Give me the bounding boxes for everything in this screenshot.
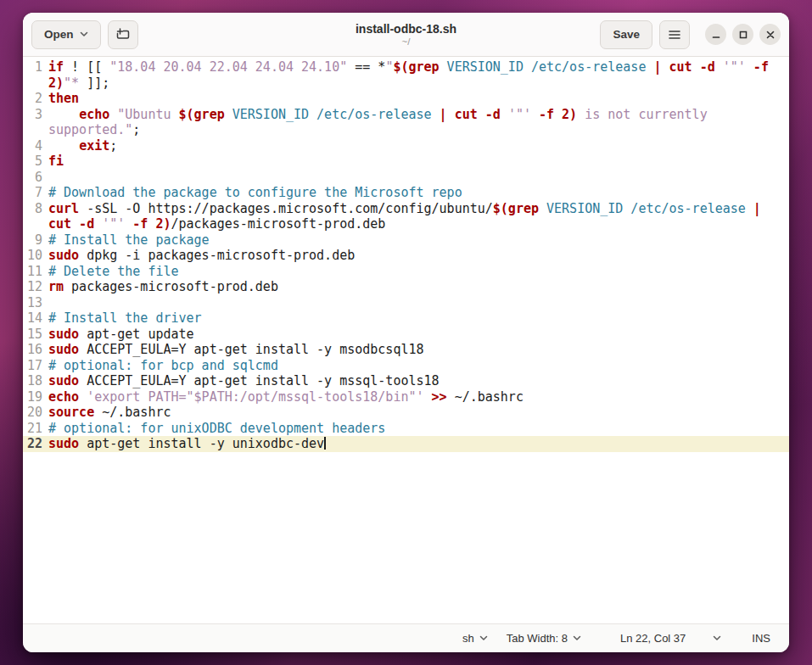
code-text: # optional: for bcp and sqlcmd — [48, 358, 789, 374]
code-line[interactable]: 15sudo apt-get update — [23, 327, 789, 343]
open-button-label: Open — [44, 28, 74, 41]
window-controls — [705, 24, 781, 45]
cursor-position-button[interactable]: Ln 22, Col 37 — [620, 632, 686, 645]
line-number: 4 — [26, 138, 42, 154]
minimize-button[interactable] — [705, 24, 726, 45]
code-line[interactable]: 2then — [23, 91, 789, 107]
window-minimize-icon — [710, 29, 722, 41]
line-number: 14 — [26, 310, 42, 327]
code-line[interactable]: 13 — [23, 295, 789, 311]
line-number: 1 — [26, 59, 42, 91]
code-line[interactable]: 6 — [23, 170, 789, 186]
code-text: # Delete the file — [48, 264, 789, 280]
line-number: 18 — [26, 373, 42, 389]
code-text: # Install the driver — [48, 310, 789, 327]
code-text: then — [48, 91, 789, 107]
line-number: 20 — [26, 405, 42, 421]
window-subtitle: ~/ — [356, 36, 456, 48]
text-editor-window: Open install-odbc-18.sh ~/ Save — [23, 13, 789, 652]
window-close-icon — [764, 29, 776, 41]
window-title: install-odbc-18.sh — [356, 22, 456, 36]
code-line[interactable]: 3 echo "Ubuntu $(grep VERSION_ID /etc/os… — [23, 107, 789, 138]
line-number: 8 — [26, 201, 42, 232]
code-line[interactable]: 11# Delete the file — [23, 264, 789, 280]
code-line[interactable]: 5fi — [23, 154, 789, 170]
header-right-group: Save — [600, 20, 781, 49]
code-line[interactable]: 14# Install the driver — [23, 310, 789, 327]
line-number: 10 — [26, 248, 42, 264]
code-text: sudo ACCEPT_EULA=Y apt-get install -y ms… — [48, 373, 789, 389]
code-line[interactable]: 8curl -sSL -O https://packages.microsoft… — [23, 201, 789, 232]
line-number: 2 — [26, 91, 42, 107]
save-button[interactable]: Save — [600, 20, 652, 49]
new-tab-button[interactable] — [108, 20, 138, 49]
code-text: source ~/.bashrc — [48, 405, 789, 421]
window-title-area: install-odbc-18.sh ~/ — [356, 22, 456, 48]
code-line[interactable]: 4 exit; — [23, 138, 789, 154]
code-text: rm packages-microsoft-prod.deb — [48, 279, 789, 295]
line-number: 13 — [26, 295, 42, 311]
code-line[interactable]: 9# Install the package — [23, 232, 789, 249]
maximize-button[interactable] — [732, 24, 753, 45]
cursor-position-label: Ln 22, Col 37 — [620, 632, 686, 645]
code-text: sudo ACCEPT_EULA=Y apt-get install -y ms… — [48, 342, 789, 358]
code-text: fi — [48, 154, 789, 170]
code-line[interactable]: 18sudo ACCEPT_EULA=Y apt-get install -y … — [23, 373, 789, 389]
code-text: sudo dpkg -i packages-microsoft-prod.deb — [48, 248, 789, 264]
line-number: 9 — [26, 232, 42, 249]
close-button[interactable] — [759, 24, 781, 45]
code-line[interactable]: 10sudo dpkg -i packages-microsoft-prod.d… — [23, 248, 789, 264]
goto-line-chevron-button[interactable] — [713, 635, 721, 641]
code-text: curl -sSL -O https://packages.microsoft.… — [48, 201, 789, 232]
code-line[interactable]: 19echo 'export PATH="$PATH:/opt/mssql-to… — [23, 389, 789, 405]
headerbar: Open install-odbc-18.sh ~/ Save — [23, 13, 789, 57]
header-left-group: Open — [31, 20, 138, 49]
insert-mode-label: INS — [752, 632, 770, 645]
main-menu-button[interactable] — [659, 20, 690, 49]
statusbar: sh Tab Width: 8 Ln 22, Col 37 INS — [23, 623, 789, 652]
line-number: 11 — [26, 264, 42, 280]
line-number: 17 — [26, 358, 42, 374]
line-number: 19 — [26, 389, 42, 405]
code-line[interactable]: 12rm packages-microsoft-prod.deb — [23, 279, 789, 295]
hamburger-menu-icon — [668, 28, 681, 42]
code-line[interactable]: 20source ~/.bashrc — [23, 405, 789, 421]
chevron-down-icon — [713, 635, 721, 641]
chevron-down-icon — [479, 635, 488, 641]
line-number: 22 — [26, 436, 42, 452]
editor-lines: 1if ! [[ "18.04 20.04 22.04 24.04 24.10"… — [23, 59, 789, 452]
line-number: 15 — [26, 327, 42, 343]
code-text: exit; — [48, 138, 789, 154]
line-number: 21 — [26, 421, 42, 437]
code-line[interactable]: 21# optional: for unixODBC development h… — [23, 421, 789, 437]
line-number: 12 — [26, 279, 42, 295]
text-cursor — [324, 437, 326, 450]
code-text: echo 'export PATH="$PATH:/opt/mssql-tool… — [48, 389, 789, 405]
code-text: if ! [[ "18.04 20.04 22.04 24.04 24.10" … — [48, 59, 789, 91]
save-button-label: Save — [613, 28, 640, 41]
insert-mode-indicator[interactable]: INS — [752, 632, 770, 645]
code-text — [48, 295, 789, 311]
code-line[interactable]: 7# Download the package to configure the… — [23, 185, 789, 201]
code-text — [48, 170, 789, 186]
language-label: sh — [462, 632, 474, 645]
code-editor[interactable]: 1if ! [[ "18.04 20.04 22.04 24.04 24.10"… — [23, 57, 789, 623]
code-text: # optional: for unixODBC development hea… — [48, 421, 789, 437]
tab-width-label: Tab Width: 8 — [507, 632, 568, 645]
language-selector[interactable]: sh — [462, 632, 488, 645]
chevron-down-icon — [80, 31, 88, 37]
new-tab-icon — [116, 28, 130, 41]
line-number: 16 — [26, 342, 42, 358]
code-line[interactable]: 1if ! [[ "18.04 20.04 22.04 24.04 24.10"… — [23, 59, 789, 91]
open-button[interactable]: Open — [31, 20, 101, 49]
code-line[interactable]: 17# optional: for bcp and sqlcmd — [23, 358, 789, 374]
tab-width-selector[interactable]: Tab Width: 8 — [507, 632, 581, 645]
window-maximize-icon — [737, 29, 749, 41]
line-number: 7 — [26, 185, 42, 201]
code-line[interactable]: 16sudo ACCEPT_EULA=Y apt-get install -y … — [23, 342, 789, 358]
code-text: echo "Ubuntu $(grep VERSION_ID /etc/os-r… — [48, 107, 789, 138]
chevron-down-icon — [573, 635, 581, 641]
code-line[interactable]: 22sudo apt-get install -y unixodbc-dev — [23, 436, 789, 452]
line-number: 3 — [26, 107, 42, 138]
code-text: sudo apt-get update — [48, 327, 789, 343]
